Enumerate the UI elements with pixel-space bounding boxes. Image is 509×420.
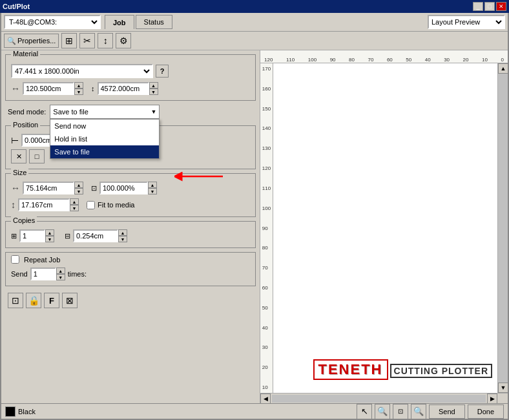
close-button[interactable]: ✕ [496, 2, 506, 11]
sw-up[interactable]: ▲ [74, 182, 83, 188]
icon-grid[interactable]: ⊞ [61, 33, 77, 48]
delete-btn[interactable]: ✕ [11, 149, 26, 163]
height-down[interactable]: ▼ [149, 89, 158, 95]
copies-up[interactable]: ▲ [45, 229, 54, 236]
width-up[interactable]: ▲ [74, 82, 83, 89]
main-content: Material 47.441 x 1800.000in ? ↔ ▲ ▼ [1, 50, 508, 403]
position-label: Position [11, 121, 40, 129]
device-select[interactable]: T-48L@COM3: [4, 15, 101, 29]
option-save-to-file[interactable]: Save to file [50, 145, 159, 158]
title-bar: Cut/Plot _ □ ✕ [0, 0, 509, 13]
bottom-icon-2[interactable]: 🔒 [26, 293, 41, 308]
zoom-in-icon[interactable]: 🔍 [375, 404, 390, 419]
sh-up[interactable]: ▲ [70, 198, 79, 205]
spacing-down[interactable]: ▼ [118, 236, 127, 242]
ruler-mark-40: 40 [425, 57, 431, 63]
status-left: Black [5, 406, 36, 417]
height-spinner: ▲ ▼ [149, 82, 158, 95]
width-input[interactable] [23, 82, 74, 95]
main-window: T-48L@COM3: Job Status Layout Preview 🔍 … [0, 13, 509, 420]
repeat-job-checkbox[interactable] [11, 255, 19, 264]
ruler-mark-70: 70 [368, 57, 373, 63]
properties-button[interactable]: 🔍 Properties... [4, 34, 59, 48]
preview-area: 170 160 150 140 130 120 110 100 90 80 70… [260, 63, 508, 393]
teneth-logo: TENETH CUTTING PLOTTER [313, 359, 493, 380]
scale-spinner: ▲ ▼ [148, 182, 157, 194]
scroll-down-btn[interactable]: ▼ [498, 383, 508, 393]
zoom-fit-icon[interactable]: ⊡ [393, 404, 408, 419]
ruler-mark-20: 20 [463, 57, 469, 63]
cutting-plotter-text: CUTTING PLOTTER [390, 364, 492, 378]
cursor-icon[interactable]: ↖ [357, 404, 372, 419]
ruler-mark-110: 110 [286, 57, 295, 63]
scale-up[interactable]: ▲ [148, 182, 157, 188]
spacing-input[interactable] [73, 229, 118, 242]
sh-down[interactable]: ▼ [70, 205, 79, 211]
ruler-top-marks: 120 110 100 90 80 70 60 50 40 30 20 10 0 [262, 57, 506, 63]
icon-cut[interactable]: ✂ [79, 33, 95, 48]
size-width-input[interactable] [23, 182, 74, 194]
repeat-send-label: Send [11, 270, 28, 278]
material-label: Material [11, 50, 40, 58]
send-button[interactable]: Send [429, 404, 465, 419]
maximize-button[interactable]: □ [484, 2, 495, 11]
bottom-icon-f[interactable]: F [44, 293, 59, 308]
size-height-input[interactable] [18, 198, 70, 211]
material-size-select[interactable]: 47.441 x 1800.000in [11, 64, 153, 78]
repeat-count-input[interactable] [30, 268, 56, 280]
rv-120: 120 [262, 165, 271, 171]
tab-status[interactable]: Status [136, 15, 172, 29]
scroll-up-btn[interactable]: ▲ [498, 63, 508, 74]
rv-170: 170 [262, 66, 271, 72]
bottom-icon-4[interactable]: ⊠ [62, 293, 78, 308]
ruler-left-marks: 170 160 150 140 130 120 110 100 90 80 70… [262, 63, 271, 393]
bottom-icon-1[interactable]: ⊡ [8, 293, 23, 308]
zoom-out-icon[interactable]: 🔍 [411, 404, 426, 419]
layout-preview-area: Layout Preview [428, 15, 505, 29]
rv-160: 160 [262, 86, 271, 92]
copies-down[interactable]: ▼ [45, 236, 54, 242]
scroll-track-bottom[interactable] [272, 395, 486, 403]
scale-icon: ⊡ [91, 184, 97, 193]
status-bar: Black ↖ 🔍 ⊡ 🔍 Send Done [1, 403, 508, 419]
scale-down[interactable]: ▼ [148, 188, 157, 194]
copies-spinner: ▲ ▼ [45, 229, 54, 242]
height-up[interactable]: ▲ [149, 82, 158, 89]
rv-140: 140 [262, 125, 271, 131]
scroll-track-right[interactable] [498, 74, 508, 383]
fit-to-media-checkbox[interactable] [87, 201, 95, 209]
size-label: Size [11, 169, 28, 176]
repeat-down[interactable]: ▼ [56, 274, 65, 280]
dropdown-arrow-icon: ▼ [151, 109, 156, 115]
copy-btn[interactable]: □ [29, 149, 45, 163]
copies-count-input[interactable] [19, 229, 45, 242]
spacing-up[interactable]: ▲ [118, 229, 127, 236]
status-right: ↖ 🔍 ⊡ 🔍 Send Done [357, 404, 504, 419]
option-hold-in-list[interactable]: Hold in list [50, 132, 159, 145]
height-input[interactable] [98, 82, 149, 95]
bottom-toolbar: ⊡ 🔒 F ⊠ [5, 290, 256, 311]
send-mode-dropdown[interactable]: Save to file ▼ [50, 105, 160, 119]
scroll-right-btn[interactable]: ▶ [487, 394, 497, 404]
layout-preview-select[interactable]: Layout Preview [428, 15, 505, 29]
rv-150: 150 [262, 106, 271, 112]
rv-130: 130 [262, 145, 271, 151]
icon-settings[interactable]: ⚙ [116, 33, 131, 48]
spacing-icon: ⊟ [65, 232, 70, 240]
ruler-mark-80: 80 [349, 57, 355, 63]
tab-job[interactable]: Job [105, 15, 134, 29]
ruler-mark-10: 10 [482, 57, 488, 63]
repeat-up[interactable]: ▲ [56, 268, 65, 274]
minimize-button[interactable]: _ [473, 2, 483, 11]
sw-down[interactable]: ▼ [74, 188, 83, 194]
icon-align[interactable]: ↕ [98, 33, 113, 48]
repeat-job-label: Repeat Job [22, 256, 62, 264]
done-button[interactable]: Done [468, 404, 504, 419]
rv-30: 30 [262, 344, 271, 350]
width-down[interactable]: ▼ [74, 89, 83, 95]
repeat-times-label: times: [68, 270, 87, 278]
scroll-left-btn[interactable]: ◀ [260, 394, 271, 404]
scale-input[interactable] [99, 182, 148, 194]
option-send-now[interactable]: Send now [50, 120, 159, 132]
help-button[interactable]: ? [156, 65, 169, 78]
